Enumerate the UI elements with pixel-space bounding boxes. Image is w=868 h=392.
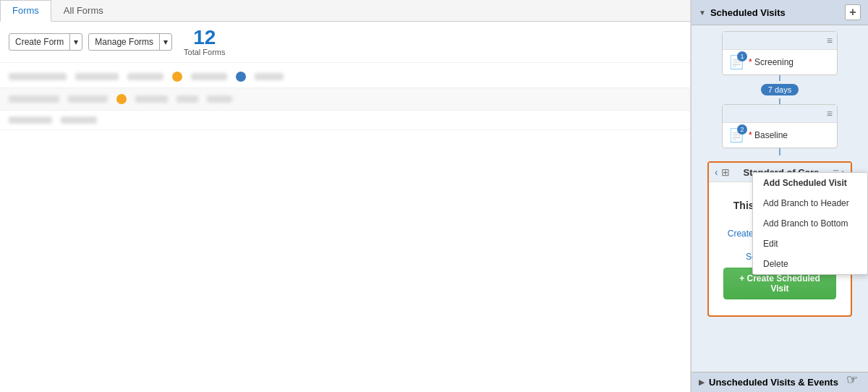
connector-line [779, 75, 780, 81]
hierarchy-icon: ⊞ [721, 166, 730, 178]
create-form-dropdown-arrow[interactable]: ▾ [70, 34, 82, 50]
baseline-visit-name: * Baseline [749, 130, 788, 140]
connector-line [779, 98, 780, 104]
connector-line-2 [779, 148, 780, 155]
manage-forms-dropdown-arrow[interactable]: ▾ [160, 34, 171, 50]
blurred-cell [75, 73, 119, 80]
toolbar: Create Form ▾ Manage Forms ▾ 12 Total Fo… [0, 22, 690, 63]
context-menu-add-branch-header[interactable]: Add Branch to Header [753, 193, 867, 213]
baseline-badge: 2 [737, 124, 747, 135]
screening-visit-node: ≡ 📄 1 * Screening [722, 31, 838, 75]
screening-visit-name: * Screening [749, 57, 793, 67]
total-forms-label: Total Forms [184, 48, 225, 56]
screening-node-header: ≡ [723, 32, 837, 50]
unscheduled-title: Unscheduled Visits & Events [709, 377, 838, 388]
tabs-bar: Forms All Forms [0, 0, 690, 22]
baseline-menu-icon[interactable]: ≡ [827, 108, 833, 119]
table-row [0, 66, 690, 88]
total-forms-count: 12 [184, 27, 225, 48]
blurred-cell [176, 95, 198, 103]
screening-badge: 1 [737, 51, 747, 61]
prev-arrow-icon[interactable]: ‹ [715, 166, 718, 178]
days-badge: 7 days [761, 84, 799, 95]
expand-triangle-icon: ▶ [699, 378, 705, 386]
nav-arrows: ‹ ⊞ [715, 166, 730, 178]
screening-menu-icon[interactable]: ≡ [827, 35, 833, 46]
add-visit-button[interactable]: + [845, 4, 861, 20]
blurred-cell [9, 95, 59, 103]
tab-forms[interactable]: Forms [0, 0, 51, 22]
blurred-cell [191, 73, 227, 80]
scheduled-visits-title: Scheduled Visits [710, 7, 786, 18]
screening-node-body: 📄 1 * Screening [723, 50, 837, 74]
blurred-cell [127, 73, 163, 80]
left-panel: Forms All Forms Create Form ▾ Manage For… [0, 0, 691, 392]
status-dot [236, 72, 246, 82]
blurred-cell [135, 95, 168, 103]
table-row [0, 111, 690, 130]
blurred-cell [255, 73, 284, 80]
visits-scroll-area: ≡ 📄 1 * Screening 7 days ≡ 📄 [692, 25, 868, 372]
baseline-node-body: 📄 2 * Baseline [723, 123, 837, 148]
context-menu-delete[interactable]: Delete [753, 254, 867, 274]
scheduled-visits-header: ▼ Scheduled Visits + [692, 0, 868, 25]
table-row [0, 88, 690, 111]
collapse-triangle-icon[interactable]: ▼ [699, 9, 706, 17]
manage-forms-button[interactable]: Manage Forms ▾ [88, 33, 172, 51]
context-menu-add-scheduled-visit[interactable]: Add Scheduled Visit [753, 173, 867, 193]
manage-forms-label: Manage Forms [89, 34, 160, 50]
forms-table [0, 63, 690, 392]
context-menu: Add Scheduled Visit Add Branch to Header… [752, 172, 868, 275]
right-panel: ▼ Scheduled Visits + ≡ 📄 1 * Screening 7… [691, 0, 868, 392]
status-dot [172, 72, 182, 82]
baseline-node-header: ≡ [723, 105, 837, 123]
context-menu-add-branch-bottom[interactable]: Add Branch to Bottom [753, 213, 867, 234]
context-menu-edit[interactable]: Edit [753, 234, 867, 254]
blurred-cell [9, 116, 52, 124]
tab-all-forms[interactable]: All Forms [51, 0, 116, 21]
blurred-cell [68, 95, 108, 103]
blurred-cell [61, 116, 97, 124]
create-form-button[interactable]: Create Form ▾ [9, 33, 82, 51]
create-form-label: Create Form [9, 34, 70, 50]
blurred-cell [9, 73, 67, 80]
baseline-visit-node: ≡ 📄 2 * Baseline [722, 104, 838, 148]
status-dot [116, 94, 127, 104]
total-forms-display: 12 Total Forms [184, 27, 225, 56]
unscheduled-visits-section[interactable]: ▶ Unscheduled Visits & Events [692, 372, 868, 392]
blurred-cell [207, 95, 232, 103]
